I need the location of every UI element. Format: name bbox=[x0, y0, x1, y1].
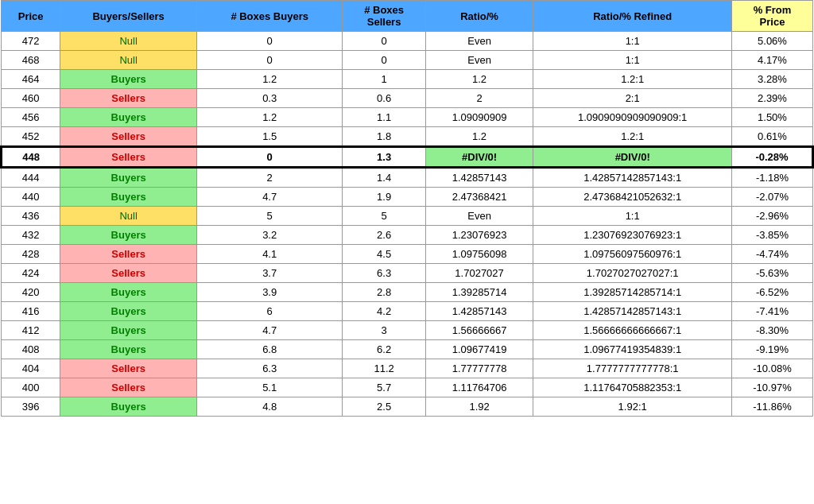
cell-from-price: 1.50% bbox=[731, 108, 812, 127]
cell-from-price: -10.97% bbox=[731, 378, 812, 397]
cell-buyers-sellers: Buyers bbox=[60, 70, 197, 89]
cell-boxes-buyers: 4.7 bbox=[196, 188, 343, 207]
cell-price: 416 bbox=[2, 302, 60, 321]
cell-buyers-sellers: Sellers bbox=[60, 127, 197, 147]
cell-boxes-buyers: 0 bbox=[196, 51, 343, 70]
cell-boxes-sellers: 5.7 bbox=[343, 378, 425, 397]
cell-price: 404 bbox=[2, 359, 60, 378]
cell-ratio: 1.56666667 bbox=[425, 321, 533, 340]
cell-boxes-buyers: 6.8 bbox=[196, 340, 343, 359]
cell-buyers-sellers: Buyers bbox=[60, 108, 197, 127]
cell-price: 424 bbox=[2, 264, 60, 283]
table-row: 448Sellers01.3#DIV/0!#DIV/0!-0.28% bbox=[2, 147, 813, 168]
cell-from-price: -9.19% bbox=[731, 340, 812, 359]
header-buyers-sellers: Buyers/Sellers bbox=[60, 1, 197, 32]
cell-boxes-buyers: 5.1 bbox=[196, 378, 343, 397]
cell-boxes-sellers: 1.9 bbox=[343, 188, 425, 207]
cell-buyers-sellers: Sellers bbox=[60, 378, 197, 397]
cell-ratio: #DIV/0! bbox=[425, 147, 533, 168]
cell-ratio-refined: 1.09677419354839:1 bbox=[533, 340, 732, 359]
cell-boxes-buyers: 4.1 bbox=[196, 245, 343, 264]
cell-from-price: -2.07% bbox=[731, 188, 812, 207]
cell-from-price: 5.06% bbox=[731, 32, 812, 51]
cell-price: 420 bbox=[2, 283, 60, 302]
table-row: 456Buyers1.21.11.090909091.0909090909090… bbox=[2, 108, 813, 127]
cell-ratio: 1.7027027 bbox=[425, 264, 533, 283]
cell-ratio: 1.11764706 bbox=[425, 378, 533, 397]
cell-boxes-sellers: 0.6 bbox=[343, 89, 425, 108]
cell-price: 456 bbox=[2, 108, 60, 127]
cell-ratio: 1.42857143 bbox=[425, 302, 533, 321]
cell-ratio: 1.09677419 bbox=[425, 340, 533, 359]
cell-price: 448 bbox=[2, 147, 60, 168]
table-row: 464Buyers1.211.21.2:13.28% bbox=[2, 70, 813, 89]
cell-ratio-refined: 1.7027027027027:1 bbox=[533, 264, 732, 283]
table-row: 440Buyers4.71.92.473684212.4736842105263… bbox=[2, 188, 813, 207]
cell-from-price: -10.08% bbox=[731, 359, 812, 378]
cell-boxes-sellers: 6.2 bbox=[343, 340, 425, 359]
cell-from-price: -3.85% bbox=[731, 226, 812, 245]
cell-boxes-buyers: 0 bbox=[196, 32, 343, 51]
cell-boxes-buyers: 3.7 bbox=[196, 264, 343, 283]
cell-ratio-refined: #DIV/0! bbox=[533, 147, 732, 168]
table-row: 404Sellers6.311.21.777777781.77777777777… bbox=[2, 359, 813, 378]
table-row: 432Buyers3.22.61.230769231.2307692307692… bbox=[2, 226, 813, 245]
cell-ratio: 1.2 bbox=[425, 127, 533, 147]
cell-price: 472 bbox=[2, 32, 60, 51]
cell-ratio: Even bbox=[425, 51, 533, 70]
cell-boxes-buyers: 1.2 bbox=[196, 70, 343, 89]
cell-boxes-buyers: 3.9 bbox=[196, 283, 343, 302]
cell-ratio-refined: 1.0909090909090909:1 bbox=[533, 108, 732, 127]
cell-boxes-sellers: 1.4 bbox=[343, 168, 425, 188]
cell-ratio-refined: 1:1 bbox=[533, 207, 732, 226]
cell-boxes-sellers: 2.6 bbox=[343, 226, 425, 245]
cell-boxes-sellers: 1.1 bbox=[343, 108, 425, 127]
cell-ratio-refined: 1.56666666666667:1 bbox=[533, 321, 732, 340]
cell-from-price: 0.61% bbox=[731, 127, 812, 147]
main-table: Price Buyers/Sellers # Boxes Buyers # Bo… bbox=[0, 0, 814, 417]
cell-ratio: 2 bbox=[425, 89, 533, 108]
cell-ratio-refined: 1.2:1 bbox=[533, 127, 732, 147]
cell-boxes-sellers: 1 bbox=[343, 70, 425, 89]
table-row: 452Sellers1.51.81.21.2:10.61% bbox=[2, 127, 813, 147]
cell-ratio: Even bbox=[425, 32, 533, 51]
cell-ratio: 1.09756098 bbox=[425, 245, 533, 264]
table-row: 416Buyers64.21.428571431.42857142857143:… bbox=[2, 302, 813, 321]
cell-boxes-buyers: 1.5 bbox=[196, 127, 343, 147]
header-price: Price bbox=[2, 1, 60, 32]
cell-buyers-sellers: Sellers bbox=[60, 264, 197, 283]
cell-price: 412 bbox=[2, 321, 60, 340]
cell-ratio-refined: 2.47368421052632:1 bbox=[533, 188, 732, 207]
cell-buyers-sellers: Buyers bbox=[60, 188, 197, 207]
cell-ratio-refined: 1.11764705882353:1 bbox=[533, 378, 732, 397]
cell-buyers-sellers: Null bbox=[60, 207, 197, 226]
cell-boxes-sellers: 0 bbox=[343, 51, 425, 70]
header-boxes-sellers: # BoxesSellers bbox=[343, 1, 425, 32]
cell-buyers-sellers: Buyers bbox=[60, 283, 197, 302]
cell-buyers-sellers: Buyers bbox=[60, 321, 197, 340]
cell-price: 432 bbox=[2, 226, 60, 245]
cell-buyers-sellers: Null bbox=[60, 32, 197, 51]
cell-ratio-refined: 1.2:1 bbox=[533, 70, 732, 89]
cell-buyers-sellers: Buyers bbox=[60, 168, 197, 188]
cell-boxes-buyers: 0 bbox=[196, 147, 343, 168]
header-ratio-refined: Ratio/% Refined bbox=[533, 1, 732, 32]
cell-ratio: Even bbox=[425, 207, 533, 226]
header-boxes-buyers: # Boxes Buyers bbox=[196, 1, 343, 32]
cell-price: 468 bbox=[2, 51, 60, 70]
cell-ratio-refined: 1:1 bbox=[533, 32, 732, 51]
cell-buyers-sellers: Buyers bbox=[60, 302, 197, 321]
cell-price: 440 bbox=[2, 188, 60, 207]
cell-from-price: -8.30% bbox=[731, 321, 812, 340]
cell-boxes-sellers: 1.8 bbox=[343, 127, 425, 147]
cell-ratio-refined: 1.42857142857143:1 bbox=[533, 302, 732, 321]
cell-ratio-refined: 1.7777777777778:1 bbox=[533, 359, 732, 378]
cell-ratio: 1.39285714 bbox=[425, 283, 533, 302]
table-row: 444Buyers21.41.428571431.42857142857143:… bbox=[2, 168, 813, 188]
cell-buyers-sellers: Sellers bbox=[60, 359, 197, 378]
cell-ratio-refined: 1.39285714285714:1 bbox=[533, 283, 732, 302]
table-row: 396Buyers4.82.51.921.92:1-11.86% bbox=[2, 397, 813, 417]
cell-boxes-buyers: 5 bbox=[196, 207, 343, 226]
cell-buyers-sellers: Buyers bbox=[60, 340, 197, 359]
cell-boxes-sellers: 2.8 bbox=[343, 283, 425, 302]
